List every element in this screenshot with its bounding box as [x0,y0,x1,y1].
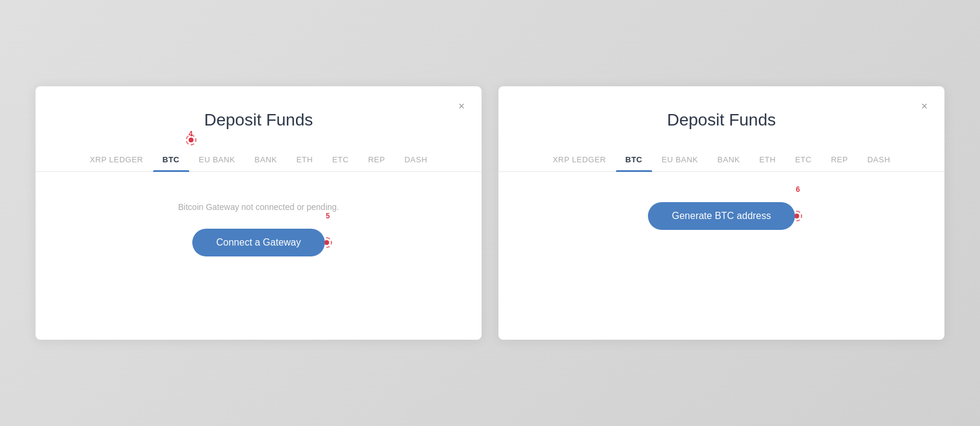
step6-number: 6 [796,185,800,194]
step5-number: 5 [326,212,330,220]
right-panel-title: Deposit Funds [498,86,944,148]
close-button-right[interactable]: × [919,98,930,114]
not-connected-text: Bitcoin Gateway not connected or pending… [178,202,339,212]
connect-gateway-button[interactable]: Connect a Gateway [192,229,325,256]
left-panel-title: Deposit Funds [36,86,482,148]
tab-eth-left[interactable]: ETH [287,148,323,171]
tab-eth-right[interactable]: ETH [750,148,786,171]
btc-tab-wrapper-left: 4 BTC [153,148,189,171]
tab-rep-left[interactable]: REP [359,148,395,171]
left-panel-body: Bitcoin Gateway not connected or pending… [36,172,482,281]
generate-button-wrapper: 6 Generate BTC address [648,202,796,230]
tab-btc-right[interactable]: BTC [616,148,652,171]
tab-eu-bank-left[interactable]: EU BANK [189,148,245,171]
close-button-left[interactable]: × [456,98,467,114]
tab-etc-left[interactable]: ETC [322,148,359,171]
tab-eu-bank-right[interactable]: EU BANK [652,148,708,171]
right-tabs: XRP LEDGER BTC EU BANK BANK ETH ETC REP … [498,148,944,172]
left-tabs: XRP LEDGER 4 BTC EU BANK BANK ETH ETC RE… [36,148,482,172]
left-panel: × Deposit Funds XRP LEDGER 4 BTC EU BANK… [36,86,482,340]
tab-rep-right[interactable]: REP [821,148,858,171]
right-panel-body: 6 Generate BTC address [498,172,944,254]
tab-etc-right[interactable]: ETC [785,148,821,171]
step4-indicator [186,135,196,145]
tab-dash-right[interactable]: DASH [858,148,900,171]
tab-btc-left[interactable]: BTC [153,148,189,171]
generate-btc-address-button[interactable]: Generate BTC address [648,202,796,230]
panels-container: × Deposit Funds XRP LEDGER 4 BTC EU BANK… [17,86,963,340]
right-panel: × Deposit Funds XRP LEDGER BTC EU BANK B… [498,86,944,340]
tab-bank-right[interactable]: BANK [708,148,749,171]
tab-xrp-ledger-left[interactable]: XRP LEDGER [80,148,153,171]
tab-dash-left[interactable]: DASH [395,148,437,171]
tab-bank-left[interactable]: BANK [245,148,286,171]
connect-button-wrapper: 5 Connect a Gateway [192,229,325,256]
tab-xrp-ledger-right[interactable]: XRP LEDGER [543,148,616,171]
